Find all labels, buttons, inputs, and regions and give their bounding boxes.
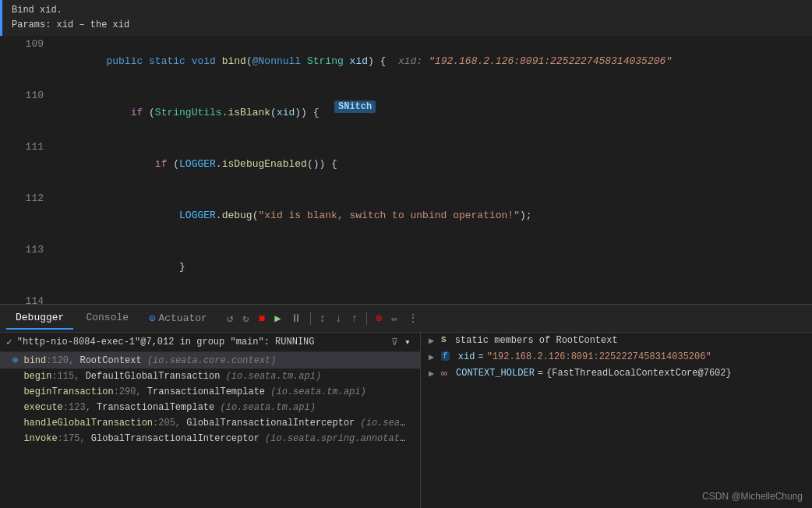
breakpoint-dot-112 bbox=[0, 190, 11, 242]
toolbar-resume-icon[interactable]: ▶ bbox=[272, 310, 283, 326]
toolbar-mute-icon[interactable]: ⊗ bbox=[373, 310, 384, 326]
toolbar-edit-icon[interactable]: ✏ bbox=[389, 310, 400, 326]
breakpoint-dot-113 bbox=[0, 242, 11, 293]
stack-line-begin: :115, bbox=[51, 371, 85, 382]
line-num-110: 110 bbox=[14, 87, 51, 139]
code-line-112: 112 LOGGER.debug("xid is blank, switch t… bbox=[0, 190, 812, 242]
line-num-112: 112 bbox=[14, 190, 51, 242]
var-eq-context: = bbox=[538, 368, 543, 379]
field-icon-xid: f bbox=[441, 351, 450, 361]
left-panel: ✓ "http-nio-8084-exec-1"@7,012 in group … bbox=[0, 333, 421, 508]
line-num-109: 109 bbox=[14, 36, 51, 87]
stack-line-execute: :123, bbox=[63, 402, 97, 413]
actuator-icon: ⊙ bbox=[149, 312, 155, 325]
breakpoint-dot-111 bbox=[0, 139, 11, 190]
stack-line-handle: :205, bbox=[153, 418, 186, 429]
tooltip-line2: Params: xid – the xid bbox=[12, 18, 803, 33]
stack-class-begintx: TransactionalTemplate bbox=[147, 386, 270, 397]
toolbar-refresh-icon[interactable]: ↺ bbox=[224, 310, 235, 326]
thread-check-icon: ✓ bbox=[6, 336, 12, 348]
stack-method-execute: execute bbox=[23, 402, 62, 413]
var-name-static: static members of RootContext bbox=[450, 335, 618, 346]
line-num-111: 111 bbox=[14, 139, 51, 190]
tooltip-line1: Bind xid. bbox=[12, 3, 803, 18]
stack-class-handle: GlobalTransactionalInterceptor bbox=[186, 418, 360, 429]
stack-item-bind[interactable]: ⊙ bind:120, RootContext (io.seata.core.c… bbox=[0, 352, 420, 369]
line-content-111: if (LOGGER.isDebugEnabled()) { bbox=[51, 139, 812, 190]
stack-pkg-begin: (io.seata.tm.api) bbox=[226, 371, 321, 382]
toolbar-more-icon[interactable]: ⋮ bbox=[405, 310, 421, 326]
toolbar-step-in-icon[interactable]: ↕ bbox=[317, 311, 328, 326]
stack-class-execute: TransactionalTemplate bbox=[97, 402, 220, 413]
var-item-xid[interactable]: ▶ f xid = "192.168.2.126:8091:2252227458… bbox=[421, 349, 812, 365]
debugger-body: ✓ "http-nio-8084-exec-1"@7,012 in group … bbox=[0, 333, 812, 508]
stack-method-begintx: beginTransaction bbox=[23, 386, 113, 397]
stack-method-bind: bind bbox=[23, 355, 46, 366]
var-arrow-xid: ▶ bbox=[429, 351, 438, 363]
thread-filter-icon[interactable]: ⊽ bbox=[391, 337, 398, 348]
static-icon: S bbox=[441, 335, 447, 344]
var-eq-xid: = bbox=[478, 351, 483, 362]
toolbar-icons: ↺ ↻ ■ ▶ ⏸ ↕ ↓ ↑ ⊗ ✏ ⋮ bbox=[224, 310, 421, 326]
toolbar-stop-icon[interactable]: ■ bbox=[256, 311, 267, 326]
toolbar-run-to-cursor-icon[interactable]: ↑ bbox=[348, 311, 359, 326]
stack-item-begin[interactable]: begin:115, DefaultGlobalTransaction (io.… bbox=[0, 369, 420, 384]
code-line-110: 110 if (StringUtils.isBlank(xid)) { bbox=[0, 87, 812, 139]
line-content-113: } bbox=[51, 242, 812, 293]
stack-class-bind: RootContext bbox=[79, 355, 147, 366]
toolbar-separator bbox=[310, 312, 311, 325]
line-num-113: 113 bbox=[14, 242, 51, 293]
line-content-112: LOGGER.debug("xid is blank, switch to un… bbox=[51, 190, 812, 242]
var-item-static[interactable]: ▶ S static members of RootContext bbox=[421, 333, 812, 349]
var-item-context-holder[interactable]: ▶ ∞ CONTEXT_HOLDER = {FastThreadLocalCon… bbox=[421, 365, 812, 382]
toolbar-pause-icon[interactable]: ⏸ bbox=[288, 311, 304, 326]
line-content-110: if (StringUtils.isBlank(xid)) { bbox=[51, 87, 812, 139]
call-stack: ⊙ bind:120, RootContext (io.seata.core.c… bbox=[0, 352, 420, 508]
tab-actuator-label: Actuator bbox=[158, 312, 207, 324]
line-num-114: 114 bbox=[14, 293, 51, 304]
tab-console[interactable]: Console bbox=[76, 307, 138, 330]
var-arrow-static: ▶ bbox=[429, 335, 438, 347]
line-content-109: public static void bind(@Nonnull String … bbox=[51, 36, 812, 87]
tab-debugger[interactable]: Debugger bbox=[6, 307, 73, 330]
snitch-overlay: SNitch bbox=[334, 101, 376, 112]
debugger-panel: Debugger Console ⊙ Actuator ↺ ↻ ■ ▶ ⏸ ↕ … bbox=[0, 304, 812, 508]
watermark: CSDN @MichelleChung bbox=[702, 491, 803, 502]
toolbar-step-out-icon[interactable]: ↓ bbox=[333, 311, 344, 326]
breakpoint-dot-109 bbox=[0, 36, 11, 87]
debugger-tabs: Debugger Console ⊙ Actuator ↺ ↻ ■ ▶ ⏸ ↕ … bbox=[0, 305, 812, 333]
stack-method-handle: handleGlobalTransaction bbox=[23, 418, 153, 429]
stack-item-invoke[interactable]: invoke:175, GlobalTransactionalIntercept… bbox=[0, 431, 420, 446]
stack-pkg-handle: (io.seata.spring.annotat. bbox=[361, 418, 420, 429]
code-line-113: 113 } bbox=[0, 242, 812, 293]
var-name-xid: xid bbox=[453, 351, 475, 362]
var-name-context: CONTEXT_HOLDER bbox=[450, 368, 535, 379]
var-arrow-context: ▶ bbox=[429, 368, 438, 379]
stack-item-handle[interactable]: handleGlobalTransaction:205, GlobalTrans… bbox=[0, 415, 420, 431]
var-val-xid: "192.168.2.126:8091:2252227458314035206" bbox=[487, 351, 711, 362]
right-panel: ▶ S static members of RootContext ▶ f xi… bbox=[421, 333, 812, 508]
tab-actuator[interactable]: ⊙ Actuator bbox=[141, 307, 215, 330]
code-line-111: 111 if (LOGGER.isDebugEnabled()) { bbox=[0, 139, 812, 190]
toolbar-step-over-icon[interactable]: ↻ bbox=[240, 310, 251, 326]
thread-header: ✓ "http-nio-8084-exec-1"@7,012 in group … bbox=[0, 333, 420, 352]
thread-name: "http-nio-8084-exec-1"@7,012 in group "m… bbox=[17, 337, 315, 347]
stack-line-invoke: :175, bbox=[58, 433, 91, 444]
code-lines: 109 public static void bind(@Nonnull Str… bbox=[0, 36, 812, 304]
thread-dropdown-arrow[interactable]: ▾ bbox=[401, 336, 414, 348]
snitch-label: SNitch bbox=[334, 101, 376, 113]
stack-item-begintx[interactable]: beginTransaction:290, TransactionalTempl… bbox=[0, 384, 420, 400]
stack-pkg-begintx: (io.seata.tm.api) bbox=[270, 386, 365, 397]
stack-class-invoke: GlobalTransactionalInterceptor bbox=[91, 433, 265, 444]
stack-item-execute[interactable]: execute:123, TransactionalTemplate (io.s… bbox=[0, 400, 420, 415]
infinity-icon: ∞ bbox=[441, 368, 447, 379]
stack-pkg-invoke: (io.seata.spring.annotation) bbox=[265, 433, 420, 444]
tooltip-bar: Bind xid. Params: xid – the xid bbox=[0, 0, 812, 36]
stack-line-begintx: :290, bbox=[114, 386, 147, 397]
code-line-109: 109 public static void bind(@Nonnull Str… bbox=[0, 36, 812, 87]
stack-pkg-bind: (io.seata.core.context) bbox=[147, 355, 277, 366]
breakpoint-dot-114 bbox=[0, 293, 11, 304]
stack-class-begin: DefaultGlobalTransaction bbox=[86, 371, 226, 382]
stack-pkg-execute: (io.seata.tm.api) bbox=[220, 402, 315, 413]
code-editor: Bind xid. Params: xid – the xid 109 publ… bbox=[0, 0, 812, 304]
